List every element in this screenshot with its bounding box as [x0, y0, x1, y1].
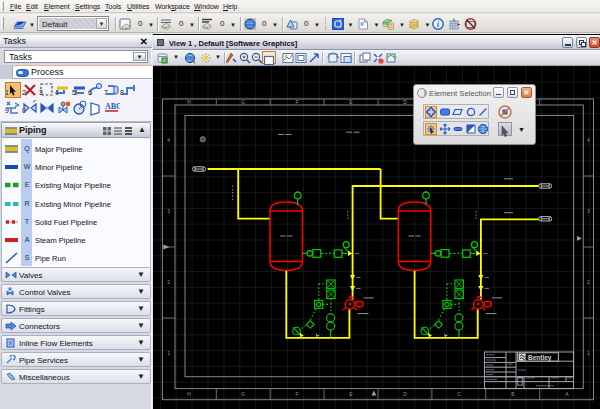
svg-text:1: 1: [587, 350, 590, 356]
svg-text:F: F: [295, 391, 298, 397]
svg-text:3: 3: [167, 208, 170, 214]
svg-text:2: 2: [587, 279, 590, 285]
svg-text:3: 3: [587, 208, 590, 214]
svg-text:F: F: [295, 99, 298, 105]
svg-text:G: G: [241, 99, 245, 105]
svg-text:D: D: [403, 99, 407, 105]
svg-text:4: 4: [167, 137, 170, 143]
svg-text:H: H: [187, 391, 191, 397]
svg-text:H: H: [187, 99, 191, 105]
svg-text:4: 4: [587, 137, 590, 143]
svg-text:C: C: [457, 391, 461, 397]
svg-text:ABC: ABC: [105, 102, 120, 111]
svg-text:G: G: [241, 391, 245, 397]
svg-text:2: 2: [167, 279, 170, 285]
svg-text:Bentley: Bentley: [528, 354, 552, 362]
svg-text:D: D: [403, 391, 407, 397]
svg-text:1: 1: [167, 350, 170, 356]
